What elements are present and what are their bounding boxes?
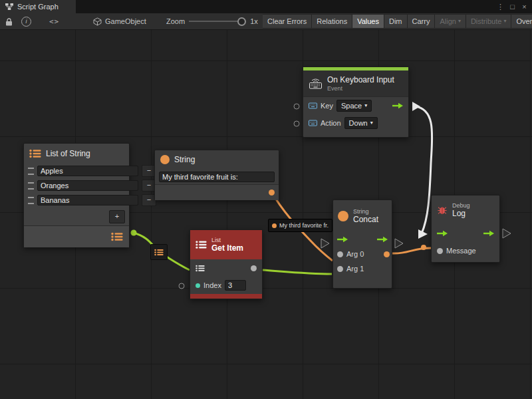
flow-in-arrow-icon[interactable] (337, 236, 348, 243)
string-type-icon (160, 155, 170, 164)
key-row: Key Space ▾ (303, 97, 408, 114)
zoom-slider[interactable] (189, 21, 243, 22)
key-type-icon (309, 120, 317, 126)
list-item-input[interactable] (37, 195, 138, 205)
node-category: Debug (452, 202, 470, 209)
chevron-down-icon: ▾ (370, 120, 373, 126)
string-output-row (155, 184, 279, 200)
inspect-icon[interactable]: i (21, 13, 31, 29)
node-subtitle: Event (327, 85, 394, 92)
add-row: + (24, 207, 129, 225)
index-input[interactable] (225, 280, 246, 291)
string-value-input[interactable] (159, 172, 275, 182)
node-header: List Get Item (190, 230, 262, 259)
list-icon (196, 240, 207, 249)
carry-button[interactable]: Carry (407, 14, 436, 29)
gameobject-icon (93, 17, 102, 26)
flow-out-arrow-icon[interactable] (483, 230, 494, 237)
title-bar: Script Graph ⋮ □ × (0, 0, 532, 13)
overview-button[interactable]: Overv (511, 14, 532, 29)
gameobject-selector[interactable]: GameObject (93, 13, 146, 29)
node-header: Debug Log (432, 196, 499, 225)
list-output-icon[interactable] (111, 232, 123, 241)
node-header: On Keyboard Input Event (303, 70, 408, 97)
node-get-item[interactable]: List Get Item Index (190, 229, 263, 299)
maximize-icon[interactable]: □ (507, 0, 517, 13)
zoom-value: 1x (250, 17, 258, 25)
message-port[interactable] (437, 248, 443, 254)
dim-button[interactable]: Dim (384, 14, 408, 29)
list-item-input[interactable] (37, 180, 138, 191)
message-row: Message (432, 242, 499, 259)
node-header: String (155, 150, 279, 169)
flow-in-arrow-icon[interactable] (437, 230, 448, 237)
toolbar-buttons: Clear Errors Relations Values Dim Carry … (263, 13, 532, 29)
node-title: Concat (353, 215, 378, 224)
list-port-row (190, 259, 262, 277)
item-output-port[interactable] (251, 265, 257, 271)
action-row: Action Down ▾ (303, 114, 408, 132)
clear-errors-button[interactable]: Clear Errors (263, 14, 312, 29)
code-icon[interactable]: <> (49, 13, 59, 29)
node-on-keyboard-input[interactable]: On Keyboard Input Event Key Space ▾ (303, 66, 409, 138)
message-label: Message (446, 247, 476, 255)
zoom-knob[interactable] (237, 17, 246, 26)
key-type-icon (309, 102, 317, 109)
wire-value-preview: My third favorite fr... (268, 219, 332, 232)
relations-button[interactable]: Relations (311, 14, 352, 29)
action-dropdown[interactable]: Down ▾ (344, 117, 378, 129)
string-output-port[interactable] (269, 190, 275, 196)
list-item-input[interactable] (37, 166, 138, 176)
node-title: String (174, 155, 195, 164)
arg0-port[interactable] (337, 251, 343, 257)
string-value-row (155, 169, 279, 184)
window-controls: ⋮ □ × (495, 0, 529, 13)
values-button[interactable]: Values (352, 14, 384, 29)
arg1-row: Arg 1 (333, 261, 392, 276)
drag-handle-icon[interactable] (28, 182, 34, 190)
node-concat[interactable]: String Concat Arg 0 Arg 1 (332, 200, 392, 289)
node-category: String (353, 208, 378, 215)
key-dropdown[interactable]: Space ▾ (336, 100, 372, 112)
close-icon[interactable]: × (519, 0, 529, 13)
list-item-row: − (24, 164, 129, 178)
list-icon (29, 149, 41, 158)
drag-handle-icon[interactable] (28, 168, 34, 175)
wire-value-badge-list (150, 244, 168, 260)
distribute-button[interactable]: Distribute▾ (466, 14, 511, 29)
arg0-row: Arg 0 (333, 247, 392, 261)
index-label: Index (203, 281, 221, 289)
result-output-port[interactable] (384, 251, 390, 257)
node-title: List of String (46, 149, 90, 158)
error-footer-bar (190, 294, 262, 299)
window-menu-icon[interactable]: ⋮ (495, 0, 505, 13)
add-item-button[interactable]: + (109, 210, 125, 223)
tab-label: Script Graph (17, 3, 59, 11)
tab-script-graph[interactable]: Script Graph (0, 0, 76, 13)
node-header: String Concat (333, 200, 392, 232)
action-label: Action (321, 119, 341, 127)
list-icon (154, 249, 164, 256)
lock-icon[interactable] (5, 13, 13, 29)
node-debug-log[interactable]: Debug Log Message (431, 195, 500, 263)
zoom-label: Zoom (166, 17, 185, 25)
wire-value-text: My third favorite fr... (279, 222, 329, 229)
align-button[interactable]: Align▾ (434, 14, 466, 29)
list-input-port[interactable] (196, 265, 205, 272)
gameobject-label: GameObject (105, 17, 146, 25)
script-graph-window: Script Graph ⋮ □ × i <> GameObject Zoom (0, 0, 532, 399)
node-list-of-string[interactable]: List of String − − − + (23, 143, 130, 247)
node-title: Get Item (211, 243, 243, 253)
chevron-down-icon: ▾ (458, 19, 461, 24)
index-row: Index (190, 277, 262, 294)
arg1-port[interactable] (337, 266, 343, 272)
flow-out-arrow-icon[interactable] (377, 236, 388, 243)
graph-toolbar: i <> GameObject Zoom 1x Clear Errors Rel… (0, 13, 532, 30)
keyboard-event-icon (309, 78, 323, 89)
node-category: List (211, 237, 243, 243)
index-port[interactable] (196, 283, 200, 288)
drag-handle-icon[interactable] (28, 197, 34, 204)
chevron-down-icon: ▾ (364, 103, 367, 108)
flow-out-arrow-icon[interactable] (392, 102, 403, 109)
node-string-literal[interactable]: String (154, 150, 279, 200)
